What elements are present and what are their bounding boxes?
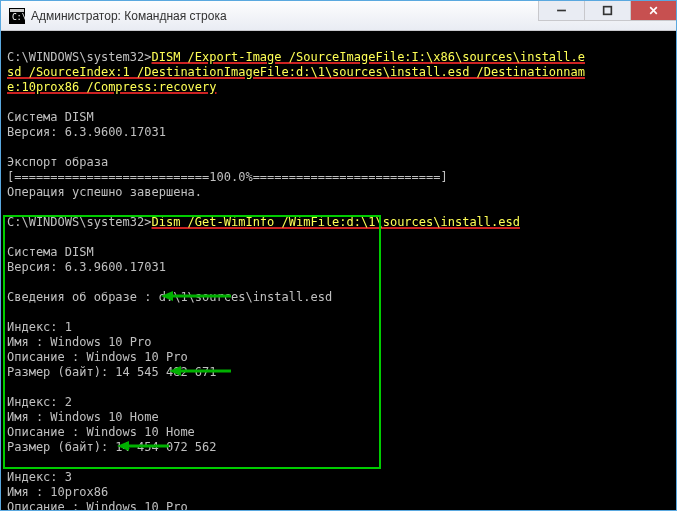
idx3-index: Индекс: 3: [7, 470, 72, 484]
idx1-desc: Описание : Windows 10 Pro: [7, 350, 188, 364]
dism-version: Версия: 6.3.9600.17031: [7, 125, 166, 139]
window-title: Администратор: Командная строка: [31, 9, 227, 23]
command-1-line3: e:10prox86 /Compress:recovery: [7, 80, 217, 94]
image-details: Сведения об образе : d:\1\sources\instal…: [7, 290, 332, 304]
maximize-button[interactable]: [584, 1, 630, 21]
svg-rect-1: [10, 9, 24, 12]
idx3-name: Имя : 10prox86: [7, 485, 108, 499]
idx1-index: Индекс: 1: [7, 320, 72, 334]
idx2-desc: Описание : Windows 10 Home: [7, 425, 195, 439]
progress-bar: [===========================100.0%======…: [7, 170, 448, 184]
idx2-name: Имя : Windows 10 Home: [7, 410, 159, 424]
idx2-size: Размер (байт): 14 454 072 562: [7, 440, 217, 454]
minimize-button[interactable]: [538, 1, 584, 21]
window-controls: [538, 1, 676, 21]
close-button[interactable]: [630, 1, 676, 21]
dism-system-2: Система DISM: [7, 245, 94, 259]
cmd-icon: C:\: [9, 8, 25, 24]
prompt: C:\WINDOWS\system32>: [7, 50, 152, 64]
command-1-line2: sd /SourceIndex:1 /DestinationImageFile:…: [7, 65, 585, 79]
idx3-desc: Описание : Windows 10 Pro: [7, 500, 188, 511]
svg-text:C:\: C:\: [12, 13, 25, 22]
idx2-index: Индекс: 2: [7, 395, 72, 409]
command-2: Dism /Get-WimInfo /WimFile:d:\1\sources\…: [152, 215, 520, 229]
titlebar[interactable]: C:\ Администратор: Командная строка: [1, 1, 676, 31]
export-label: Экспорт образа: [7, 155, 108, 169]
prompt: C:\WINDOWS\system32>: [7, 215, 152, 229]
dism-version-2: Версия: 6.3.9600.17031: [7, 260, 166, 274]
done-1: Операция успешно завершена.: [7, 185, 202, 199]
idx1-size: Размер (байт): 14 545 482 671: [7, 365, 217, 379]
idx1-name: Имя : Windows 10 Pro: [7, 335, 152, 349]
command-1-line1: DISM /Export-Image /SourceImageFile:I:\x…: [152, 50, 585, 64]
dism-system: Система DISM: [7, 110, 94, 124]
terminal-output[interactable]: C:\WINDOWS\system32>DISM /Export-Image /…: [1, 31, 676, 511]
svg-rect-4: [604, 7, 612, 15]
